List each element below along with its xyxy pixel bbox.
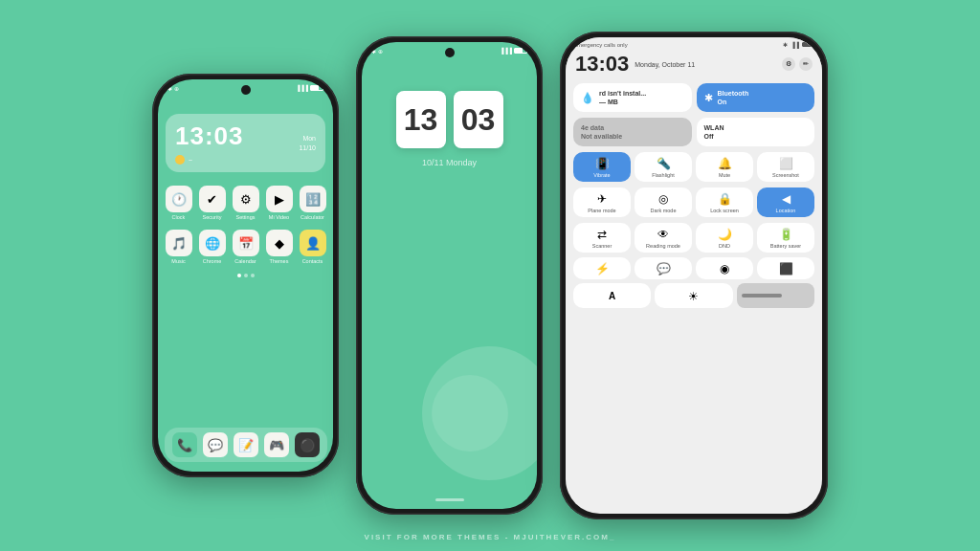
dock-notes[interactable]: 📝	[234, 432, 258, 457]
cc-font-icon: A	[609, 291, 615, 301]
dock-phone[interactable]: 📞	[172, 432, 197, 457]
flip-clock-container: 13 03 10/11 Monday	[362, 57, 537, 167]
camera-cutout-2	[445, 48, 455, 57]
cc-plane-label: Plane mode	[588, 208, 615, 213]
watermark: VISIT FOR MORE THEMES - MJUITHEVER.COM_	[365, 533, 616, 541]
cc-expand-icon: ⬛	[779, 262, 793, 276]
cc-status-bar: Emergency calls only ✱ ▐▐	[566, 37, 822, 50]
control-center: Emergency calls only ✱ ▐▐ 13:03 Monday, …	[566, 37, 822, 514]
camera-cutout	[241, 85, 251, 95]
cc-scanner-icon: ⇄	[597, 228, 607, 241]
app-icon-themes: ◆	[266, 230, 293, 256]
battery-icon-2	[514, 48, 527, 54]
app-icon-security: ✔	[199, 186, 226, 212]
cc-flashlight-icon: 🔦	[657, 157, 671, 170]
cc-emergency-text: Emergency calls only	[573, 42, 628, 48]
app-chrome[interactable]: 🌐 Chrome	[197, 230, 227, 264]
cc-btn-reading[interactable]: 👁 Reading mode	[635, 223, 692, 253]
cc-btn-location[interactable]: ◀ Location	[757, 187, 814, 217]
cc-btn-scanner[interactable]: ⇄ Scanner	[573, 223, 631, 253]
cc-dnd-label: DND	[719, 243, 730, 249]
home-indicator-2	[435, 498, 464, 501]
cc-btn-vibrate[interactable]: 📳 Vibrate	[573, 152, 631, 182]
page-dots	[158, 274, 333, 277]
cc-mute-label: Mute	[719, 172, 730, 178]
cc-battery-saver-label: Battery saver	[770, 243, 801, 249]
flip-hour: 13	[396, 91, 446, 148]
cc-lock-screen-label: Lock screen	[710, 208, 739, 213]
cc-tile-data[interactable]: 💧 rd isn't instal...— MB	[573, 83, 692, 112]
cc-edit-icon[interactable]: ✏	[799, 57, 813, 71]
cc-btn-font[interactable]: A	[573, 283, 651, 308]
cc-btn-flashlight[interactable]: 🔦 Flashlight	[635, 152, 692, 182]
cc-btn-dnd[interactable]: 🌙 DND	[696, 223, 753, 253]
cc-reading-label: Reading mode	[646, 243, 680, 249]
app-music[interactable]: 🎵 Music	[164, 230, 193, 264]
cc-btn-msg2[interactable]: 💬	[635, 257, 692, 279]
app-label-calendar: Calendar	[234, 258, 256, 264]
app-settings[interactable]: ⚙ Settings	[231, 186, 260, 220]
cc-tile-mobile-data[interactable]: 4e dataNot available	[573, 118, 692, 146]
app-security[interactable]: ✔ Security	[197, 186, 227, 220]
app-calculator[interactable]: 🔢 Calculator	[298, 186, 327, 220]
app-label-themes: Themes	[270, 258, 289, 264]
cc-circle-icon: ◉	[720, 262, 729, 276]
cc-battery-saver-icon: 🔋	[779, 228, 793, 241]
cc-btn-dark-mode[interactable]: ◎ Dark mode	[635, 187, 692, 217]
cc-btn-plane[interactable]: ✈ Plane mode	[573, 187, 631, 217]
battery-icon	[310, 85, 323, 91]
cc-vibrate-label: Vibrate	[593, 172, 610, 178]
cc-dark-mode-label: Dark mode	[651, 208, 677, 213]
cc-battery	[802, 42, 814, 47]
clock-time: 13:03	[175, 121, 244, 151]
dot-1	[237, 274, 241, 277]
cc-data-icon: 💧	[581, 92, 594, 104]
phone-3-screen: Emergency calls only ✱ ▐▐ 13:03 Monday, …	[566, 37, 822, 514]
cc-brightness-slider[interactable]	[737, 283, 814, 308]
app-themes[interactable]: ◆ Themes	[264, 230, 294, 264]
cc-btn-circle[interactable]: ◉	[696, 257, 753, 279]
cc-btn-flash[interactable]: ⚡	[573, 257, 631, 279]
clock-day: Mon	[299, 134, 316, 143]
cc-bluetooth-text: BluetoothOn	[718, 89, 749, 106]
signal-icon-2: ▐▐▐	[500, 48, 512, 54]
cc-tile-bluetooth[interactable]: ✱ BluetoothOn	[697, 83, 815, 112]
cc-header: 13:03 Monday, October 11 ⚙ ✏	[566, 50, 822, 80]
cc-vibrate-icon: 📳	[595, 157, 610, 170]
phone-2: ✱ ⊕ ▐▐▐ 13 03 10/11 Monday	[356, 36, 543, 515]
dock-camera[interactable]: ⚫	[295, 432, 320, 457]
cc-btn-expand[interactable]: ⬛	[757, 257, 814, 279]
app-label-calculator: Calculator	[301, 214, 324, 220]
cc-mute-icon: 🔔	[718, 157, 732, 170]
clock-widget: 13:03 ~ Mon 11/10	[166, 114, 325, 172]
cc-tiles-row-1: 💧 rd isn't instal...— MB ✱ BluetoothOn	[566, 80, 822, 115]
dock-games[interactable]: 🎮	[264, 432, 289, 457]
cc-btn-brightness[interactable]: ☀	[655, 283, 732, 308]
cc-mobile-data-text: 4e dataNot available	[581, 123, 622, 141]
cc-header-icons: ⚙ ✏	[782, 57, 813, 71]
app-label-music: Music	[171, 258, 185, 264]
cc-wlan-text: WLANOff	[704, 123, 724, 141]
app-contacts[interactable]: 👤 Contacts	[298, 230, 327, 264]
cc-status-icons: ✱ ▐▐	[783, 41, 814, 48]
app-mi-video[interactable]: ▶ Mi Video	[264, 186, 294, 220]
app-calendar[interactable]: 📅 Calendar	[231, 230, 260, 264]
dock-messages[interactable]: 💬	[203, 432, 228, 457]
app-label-security: Security	[203, 214, 222, 220]
app-label-mi-video: Mi Video	[269, 214, 289, 220]
bottom-dock: 📞 💬 📝 🎮 ⚫	[165, 428, 327, 462]
cc-plane-icon: ✈	[597, 192, 607, 206]
phone-2-screen: ✱ ⊕ ▐▐▐ 13 03 10/11 Monday	[362, 42, 537, 509]
app-clock[interactable]: 🕐 Clock	[164, 186, 193, 220]
cc-btn-battery-saver[interactable]: 🔋 Battery saver	[757, 223, 814, 253]
cc-btn-screenshot[interactable]: ⬜ Screenshot	[757, 152, 814, 182]
app-label-clock: Clock	[172, 214, 186, 220]
app-label-chrome: Chrome	[203, 258, 222, 264]
app-label-contacts: Contacts	[302, 258, 323, 264]
cc-settings-icon[interactable]: ⚙	[782, 57, 795, 71]
cc-dnd-icon: 🌙	[718, 228, 732, 241]
cc-reading-icon: 👁	[657, 228, 669, 241]
cc-btn-lock-screen[interactable]: 🔒 Lock screen	[696, 187, 753, 217]
cc-btn-mute[interactable]: 🔔 Mute	[696, 152, 753, 182]
cc-tile-wlan[interactable]: WLANOff	[697, 118, 815, 146]
